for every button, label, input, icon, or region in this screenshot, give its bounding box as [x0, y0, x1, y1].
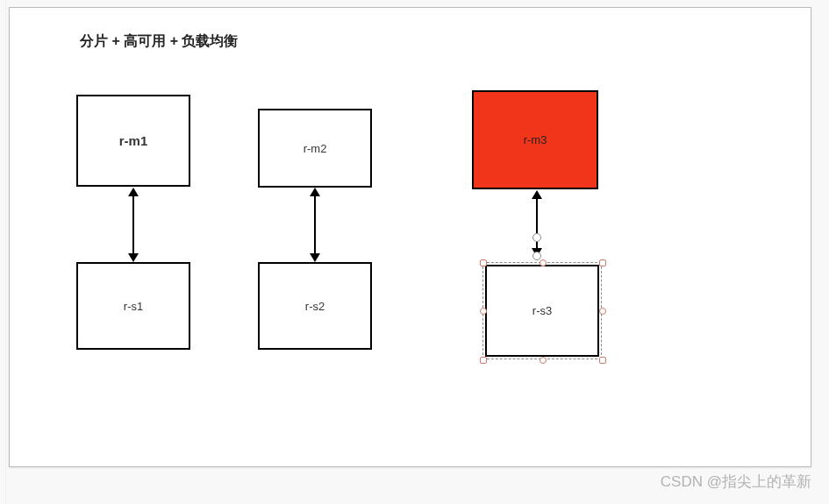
node-label: r-m1: [119, 133, 148, 148]
node-r-m1[interactable]: r-m1: [76, 95, 190, 187]
resize-handle-s[interactable]: [540, 357, 547, 364]
arrowhead-up-icon: [532, 190, 542, 199]
watermark-text: CSDN @指尖上的革新: [661, 472, 811, 492]
resize-handle-nw[interactable]: [480, 259, 487, 266]
connector-endpoint[interactable]: [532, 233, 541, 242]
node-label: r-m3: [524, 133, 547, 146]
connector-endpoint[interactable]: [532, 252, 541, 260]
connector-m2-s2[interactable]: [314, 195, 316, 255]
node-r-m2[interactable]: r-m2: [258, 109, 372, 188]
node-label: r-s1: [124, 300, 143, 313]
node-label: r-s2: [305, 300, 325, 313]
arrowhead-down-icon: [310, 253, 320, 262]
resize-handle-n[interactable]: [540, 259, 547, 266]
diagram-title: 分片 + 高可用 + 负载均衡: [80, 32, 238, 51]
node-r-m3[interactable]: r-m3: [472, 90, 598, 189]
node-r-s3[interactable]: r-s3: [485, 265, 599, 357]
node-label: r-m2: [304, 142, 327, 155]
arrowhead-up-icon: [128, 188, 139, 196]
connector-m3-s3[interactable]: [536, 199, 538, 250]
arrowhead-up-icon: [310, 188, 320, 196]
connector-m1-s1[interactable]: [132, 195, 134, 255]
resize-handle-e[interactable]: [599, 308, 606, 315]
resize-handle-se[interactable]: [599, 357, 606, 364]
diagram-canvas[interactable]: 分片 + 高可用 + 负载均衡 r-m1 r-s1 r-m2 r-s2 r-m3…: [9, 7, 811, 467]
resize-handle-ne[interactable]: [599, 259, 606, 266]
resize-handle-sw[interactable]: [480, 357, 487, 364]
node-label: r-s3: [532, 304, 552, 317]
node-r-s1[interactable]: r-s1: [76, 262, 190, 350]
resize-handle-w[interactable]: [480, 308, 487, 315]
node-r-s2[interactable]: r-s2: [258, 262, 372, 350]
arrowhead-down-icon: [128, 253, 139, 262]
